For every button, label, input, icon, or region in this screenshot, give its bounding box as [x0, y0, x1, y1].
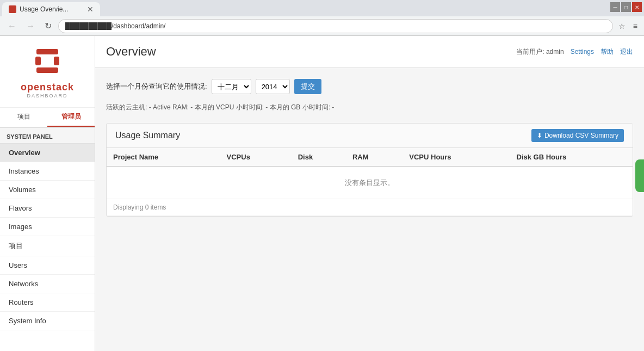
sidebar-item-projects[interactable]: 项目: [0, 236, 95, 256]
col-disk-gb-hours: Disk GB Hours: [510, 148, 633, 167]
svg-rect-1: [36, 67, 58, 73]
sidebar-item-overview[interactable]: Overview: [0, 144, 95, 162]
content-body: 选择一个月份查询它的使用情况: 十二月 2014 提交 活跃的云主机: - Ac…: [95, 68, 644, 227]
empty-message: 没有条目显示。: [107, 167, 633, 199]
svg-rect-2: [35, 57, 41, 65]
download-csv-button[interactable]: ⬇ Download CSV Summary: [531, 129, 624, 142]
system-panel-title: System Panel: [0, 127, 95, 144]
tab-admin[interactable]: 管理员: [47, 108, 95, 127]
sidebar-item-networks[interactable]: Networks: [0, 275, 95, 293]
page-title: Overview: [106, 45, 156, 59]
sidebar-logo: openstack DASHBOARD: [0, 36, 95, 108]
display-count: Displaying 0 items: [107, 199, 633, 216]
window-close-btn[interactable]: ✕: [632, 2, 642, 12]
current-user-label: 当前用户: admin: [516, 47, 564, 57]
col-vcpus: VCPUs: [220, 148, 292, 167]
table-empty-row: 没有条目显示。: [107, 167, 633, 199]
download-btn-label: Download CSV Summary: [544, 132, 618, 139]
help-link[interactable]: 帮助: [600, 47, 614, 57]
openstack-logo: [31, 45, 64, 77]
scroll-indicator[interactable]: [635, 159, 644, 192]
usage-panel-title: Usage Summary: [115, 131, 180, 140]
tab-title: Usage Overvie...: [20, 5, 68, 13]
main-content: Overview 当前用户: admin Settings 帮助 退出 选择一个…: [95, 36, 644, 351]
year-select[interactable]: 2014: [256, 79, 290, 94]
month-select[interactable]: 十二月: [212, 79, 251, 94]
logo-text: openstack: [9, 82, 86, 93]
settings-link[interactable]: Settings: [571, 48, 594, 56]
col-vcpu-hours: VCPU Hours: [403, 148, 510, 167]
tab-close-btn[interactable]: ✕: [87, 5, 94, 14]
logout-link[interactable]: 退出: [620, 47, 633, 57]
sidebar-item-routers[interactable]: Routers: [0, 293, 95, 312]
window-minimize-btn[interactable]: ─: [610, 2, 620, 12]
sidebar-item-users[interactable]: Users: [0, 256, 95, 275]
back-button[interactable]: ←: [4, 19, 20, 33]
sidebar: openstack DASHBOARD 项目 管理员 System Panel …: [0, 36, 95, 351]
col-ram: RAM: [346, 148, 403, 167]
menu-button[interactable]: ≡: [631, 20, 640, 33]
refresh-button[interactable]: ↻: [41, 19, 55, 33]
info-bar: 活跃的云主机: - Active RAM: - 本月的 VCPU 小时时间: -…: [106, 101, 633, 114]
tab-project[interactable]: 项目: [0, 108, 47, 127]
usage-panel-header: Usage Summary ⬇ Download CSV Summary: [107, 124, 633, 148]
main-header: Overview 当前用户: admin Settings 帮助 退出: [95, 36, 644, 68]
svg-rect-3: [54, 57, 59, 65]
download-icon: ⬇: [537, 132, 542, 139]
sidebar-item-instances[interactable]: Instances: [0, 162, 95, 181]
sidebar-item-system-info[interactable]: System Info: [0, 312, 95, 330]
col-project-name: Project Name: [107, 148, 220, 167]
submit-button[interactable]: 提交: [294, 79, 321, 94]
top-tabs: 项目 管理员: [0, 108, 95, 127]
col-disk: Disk: [292, 148, 346, 167]
filter-label: 选择一个月份查询它的使用情况:: [106, 82, 207, 91]
forward-button[interactable]: →: [23, 19, 38, 33]
filter-row: 选择一个月份查询它的使用情况: 十二月 2014 提交: [106, 79, 633, 94]
usage-table: Project Name VCPUs Disk RAM VCPU Hours D…: [107, 148, 633, 216]
address-bar[interactable]: [58, 19, 613, 33]
usage-panel: Usage Summary ⬇ Download CSV Summary Pro…: [106, 123, 633, 217]
sidebar-item-flavors[interactable]: Flavors: [0, 199, 95, 218]
bookmark-button[interactable]: ☆: [616, 20, 628, 33]
tab-favicon: [9, 5, 16, 13]
window-maximize-btn[interactable]: □: [621, 2, 631, 12]
logo-sub: DASHBOARD: [9, 93, 86, 98]
sidebar-item-volumes[interactable]: Volumes: [0, 181, 95, 199]
display-count-row: Displaying 0 items: [107, 199, 633, 216]
browser-tab[interactable]: Usage Overvie... ✕: [2, 2, 100, 16]
sidebar-item-images[interactable]: Images: [0, 218, 95, 236]
user-bar: 当前用户: admin Settings 帮助 退出: [516, 47, 633, 57]
svg-rect-0: [36, 49, 58, 54]
